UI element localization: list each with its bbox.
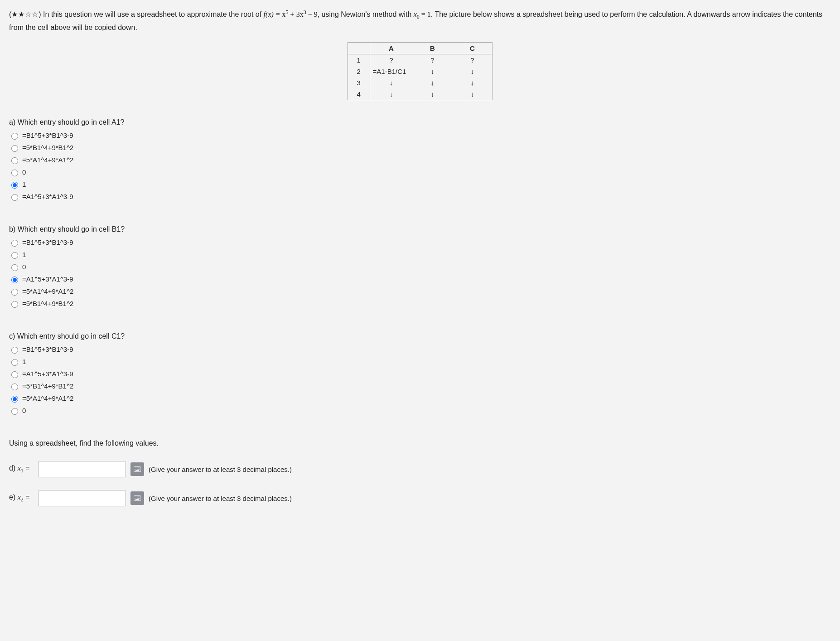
question-e-label: e) x2 = xyxy=(9,493,34,503)
radio-option[interactable] xyxy=(11,371,18,378)
option-label: =5*B1^4+9*B1^2 xyxy=(22,141,73,154)
option-row: =B1^5+3*B1^3-9 xyxy=(9,129,831,141)
option-row: =A1^5+3*A1^3-9 xyxy=(9,273,831,285)
question-c: c) Which entry should go in cell C1? =B1… xyxy=(9,332,831,417)
x2-input[interactable] xyxy=(38,490,126,506)
radio-option[interactable] xyxy=(11,359,18,366)
radio-option[interactable] xyxy=(11,301,18,308)
svg-rect-11 xyxy=(135,470,139,471)
option-label: =5*A1^4+9*A1^2 xyxy=(22,154,73,166)
option-row: 1 xyxy=(9,355,831,368)
option-label: =5*B1^4+9*B1^2 xyxy=(22,297,73,310)
radio-option[interactable] xyxy=(11,384,18,390)
keyboard-icon[interactable] xyxy=(130,491,144,505)
option-row: 0 xyxy=(9,261,831,273)
radio-option[interactable] xyxy=(11,145,18,152)
option-row: =5*A1^4+9*A1^2 xyxy=(9,285,831,297)
svg-rect-6 xyxy=(135,469,135,470)
question-intro: (★★☆☆) In this question we will use a sp… xyxy=(9,8,831,33)
svg-rect-4 xyxy=(138,468,139,468)
question-a-prompt: a) Which entry should go in cell A1? xyxy=(9,118,831,126)
option-row: =B1^5+3*B1^3-9 xyxy=(9,343,831,355)
radio-option[interactable] xyxy=(11,133,18,140)
option-row: 0 xyxy=(9,404,831,417)
followup-instruction: Using a spreadsheet, find the following … xyxy=(9,439,831,447)
option-label: 0 xyxy=(22,404,26,417)
radio-option[interactable] xyxy=(11,277,18,283)
table-row: 1 ? ? ? xyxy=(348,54,492,66)
option-label: 1 xyxy=(22,355,26,368)
svg-rect-2 xyxy=(136,468,136,468)
option-label: =5*B1^4+9*B1^2 xyxy=(22,380,73,392)
option-label: 1 xyxy=(22,248,26,261)
svg-rect-8 xyxy=(137,469,137,470)
option-label: 0 xyxy=(22,166,26,178)
option-row: =5*B1^4+9*B1^2 xyxy=(9,297,831,310)
table-row: 3 ↓ ↓ ↓ xyxy=(348,77,492,88)
option-label: =A1^5+3*A1^3-9 xyxy=(22,273,73,285)
option-label: =B1^5+3*B1^3-9 xyxy=(22,129,73,141)
option-row: =A1^5+3*A1^3-9 xyxy=(9,368,831,380)
option-row: =5*B1^4+9*B1^2 xyxy=(9,380,831,392)
option-row: =5*A1^4+9*A1^2 xyxy=(9,154,831,166)
keyboard-icon[interactable] xyxy=(130,462,144,476)
svg-rect-17 xyxy=(140,497,140,497)
spreadsheet-table: A B C 1 ? ? ? 2 =A1-B1/C1 ↓ ↓ 3 ↓ ↓ ↓ xyxy=(348,42,493,100)
svg-rect-9 xyxy=(138,469,139,470)
radio-option[interactable] xyxy=(11,170,18,176)
svg-rect-21 xyxy=(138,498,139,499)
radio-option[interactable] xyxy=(11,240,18,247)
svg-rect-3 xyxy=(137,468,137,468)
radio-option[interactable] xyxy=(11,252,18,259)
radio-option[interactable] xyxy=(11,194,18,201)
radio-option[interactable] xyxy=(11,408,18,415)
radio-option[interactable] xyxy=(11,182,18,189)
svg-rect-22 xyxy=(140,498,140,499)
svg-rect-16 xyxy=(138,497,139,497)
col-header-B: B xyxy=(412,43,452,54)
col-header-C: C xyxy=(452,43,492,54)
radio-option[interactable] xyxy=(11,347,18,354)
svg-rect-7 xyxy=(136,469,136,470)
svg-rect-15 xyxy=(137,497,137,497)
radio-option[interactable] xyxy=(11,396,18,403)
question-a: a) Which entry should go in cell A1? =B1… xyxy=(9,118,831,203)
svg-rect-23 xyxy=(135,499,139,500)
option-row: =A1^5+3*A1^3-9 xyxy=(9,190,831,203)
option-row: 0 xyxy=(9,166,831,178)
option-row: =B1^5+3*B1^3-9 xyxy=(9,236,831,248)
table-row: 2 =A1-B1/C1 ↓ ↓ xyxy=(348,66,492,77)
option-label: =5*A1^4+9*A1^2 xyxy=(22,392,73,404)
question-d-label: d) x1 = xyxy=(9,464,34,474)
svg-rect-10 xyxy=(140,469,140,470)
svg-rect-14 xyxy=(136,497,136,497)
option-row: =5*B1^4+9*B1^2 xyxy=(9,141,831,154)
option-label: =A1^5+3*A1^3-9 xyxy=(22,190,73,203)
option-label: =B1^5+3*B1^3-9 xyxy=(22,343,73,355)
option-row: =5*A1^4+9*A1^2 xyxy=(9,392,831,404)
option-row: 1 xyxy=(9,178,831,190)
col-header-A: A xyxy=(370,43,412,54)
option-label: 1 xyxy=(22,178,26,190)
option-label: =A1^5+3*A1^3-9 xyxy=(22,368,73,380)
option-label: =B1^5+3*B1^3-9 xyxy=(22,236,73,248)
option-label: 0 xyxy=(22,261,26,273)
svg-rect-20 xyxy=(137,498,137,499)
question-e: e) x2 = (Give your answer to at least 3 … xyxy=(9,490,831,506)
difficulty-stars: ★★☆☆ xyxy=(11,10,39,18)
table-row: 4 ↓ ↓ ↓ xyxy=(348,88,492,100)
svg-rect-18 xyxy=(135,498,135,499)
question-d: d) x1 = (Give your answer to at least 3 … xyxy=(9,461,831,477)
radio-option[interactable] xyxy=(11,157,18,164)
question-d-hint: (Give your answer to at least 3 decimal … xyxy=(149,466,292,473)
option-label: =5*A1^4+9*A1^2 xyxy=(22,285,73,297)
svg-rect-19 xyxy=(136,498,136,499)
svg-rect-1 xyxy=(135,468,135,468)
question-e-hint: (Give your answer to at least 3 decimal … xyxy=(149,495,292,502)
radio-option[interactable] xyxy=(11,264,18,271)
svg-rect-13 xyxy=(135,497,135,497)
svg-rect-5 xyxy=(140,468,140,468)
radio-option[interactable] xyxy=(11,289,18,296)
question-b: b) Which entry should go in cell B1? =B1… xyxy=(9,225,831,310)
x1-input[interactable] xyxy=(38,461,126,477)
